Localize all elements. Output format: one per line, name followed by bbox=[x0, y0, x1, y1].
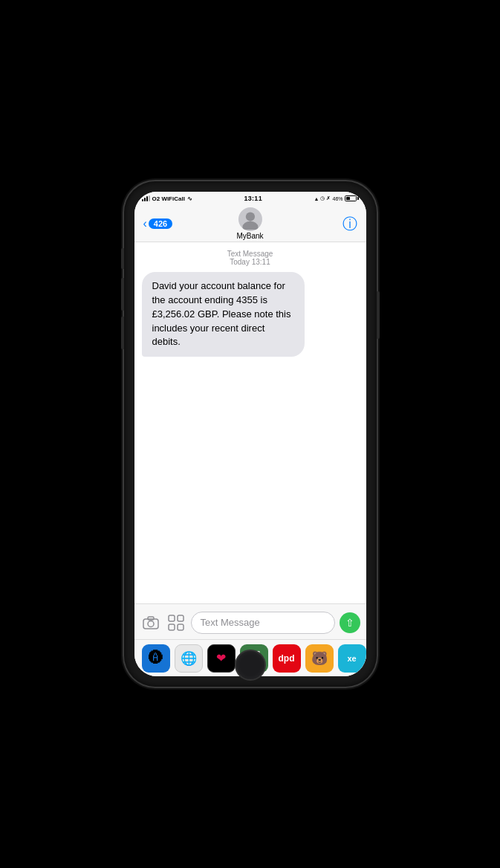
battery-fill bbox=[346, 197, 351, 200]
svg-point-0 bbox=[245, 212, 254, 221]
svg-rect-7 bbox=[169, 624, 175, 630]
signal-icon bbox=[142, 195, 150, 201]
message-input[interactable]: Text Message bbox=[191, 612, 335, 634]
home-button-area bbox=[235, 650, 266, 681]
input-area: Text Message ⇧ bbox=[134, 603, 366, 641]
safari-icon[interactable]: 🌐 bbox=[175, 644, 203, 673]
avatar bbox=[238, 207, 262, 231]
battery-body bbox=[345, 195, 357, 201]
contact-header[interactable]: MyBank bbox=[236, 207, 263, 240]
nav-bar: ‹ 426 MyBank ⓘ bbox=[134, 205, 366, 242]
battery-percent: 46% bbox=[332, 196, 342, 201]
message-bubble-container: David your account balance for the accou… bbox=[134, 272, 366, 357]
location-icon: ▲ bbox=[314, 196, 319, 201]
phone-screen: O2 WiFiCall ∿ 13:11 ▲ ◷ ✗ 46% ‹ bbox=[134, 192, 366, 676]
power-button[interactable] bbox=[377, 291, 380, 339]
message-time: Today 13:11 bbox=[134, 258, 366, 266]
svg-rect-8 bbox=[178, 624, 184, 630]
clock: 13:11 bbox=[244, 195, 262, 202]
status-bar: O2 WiFiCall ∿ 13:11 ▲ ◷ ✗ 46% bbox=[134, 192, 366, 205]
xero-label: xe bbox=[347, 654, 356, 663]
message-area: Text Message Today 13:11 David your acco… bbox=[134, 242, 366, 595]
alarm-icon: ◷ bbox=[320, 195, 325, 201]
send-arrow-icon: ⇧ bbox=[345, 618, 354, 628]
app-store-icon[interactable]: 🅐 bbox=[142, 644, 170, 673]
back-count-badge[interactable]: 426 bbox=[149, 218, 172, 229]
phone-device: O2 WiFiCall ∿ 13:11 ▲ ◷ ✗ 46% ‹ bbox=[124, 181, 377, 687]
send-button[interactable]: ⇧ bbox=[340, 612, 360, 633]
avatar-svg bbox=[240, 209, 261, 230]
svg-point-3 bbox=[148, 621, 154, 626]
message-type-label: Text Message bbox=[134, 250, 366, 258]
chevron-left-icon: ‹ bbox=[143, 217, 147, 230]
svg-rect-4 bbox=[148, 617, 154, 620]
battery-icon bbox=[345, 195, 359, 201]
svg-rect-6 bbox=[178, 615, 184, 621]
camera-button[interactable] bbox=[140, 612, 161, 633]
status-left: O2 WiFiCall ∿ bbox=[142, 195, 192, 202]
dpd-icon[interactable]: dpd bbox=[273, 644, 301, 673]
status-right: ▲ ◷ ✗ 46% bbox=[314, 195, 359, 201]
bluetooth-icon: ✗ bbox=[326, 195, 331, 201]
back-button[interactable]: ‹ 426 bbox=[143, 217, 173, 230]
wifi-icon: ∿ bbox=[187, 195, 192, 202]
message-timestamp: Text Message Today 13:11 bbox=[134, 250, 366, 266]
mute-button[interactable] bbox=[121, 248, 124, 269]
carrier-label: O2 WiFiCall bbox=[152, 195, 185, 202]
volume-up-button[interactable] bbox=[121, 278, 124, 311]
game-icon[interactable]: 🐻 bbox=[305, 644, 334, 673]
message-input-placeholder: Text Message bbox=[201, 617, 260, 628]
xero-icon[interactable]: xe bbox=[338, 644, 366, 673]
message-bubble: David your account balance for the accou… bbox=[142, 272, 305, 357]
svg-rect-5 bbox=[169, 615, 175, 621]
volume-down-button[interactable] bbox=[121, 317, 124, 349]
apps-button[interactable] bbox=[166, 612, 186, 633]
home-button[interactable] bbox=[235, 650, 266, 681]
fitness-icon[interactable]: ❤ bbox=[207, 644, 236, 673]
contact-name: MyBank bbox=[236, 232, 263, 240]
svg-point-1 bbox=[242, 221, 258, 229]
info-button[interactable]: ⓘ bbox=[342, 216, 357, 231]
battery-tip bbox=[357, 197, 359, 200]
